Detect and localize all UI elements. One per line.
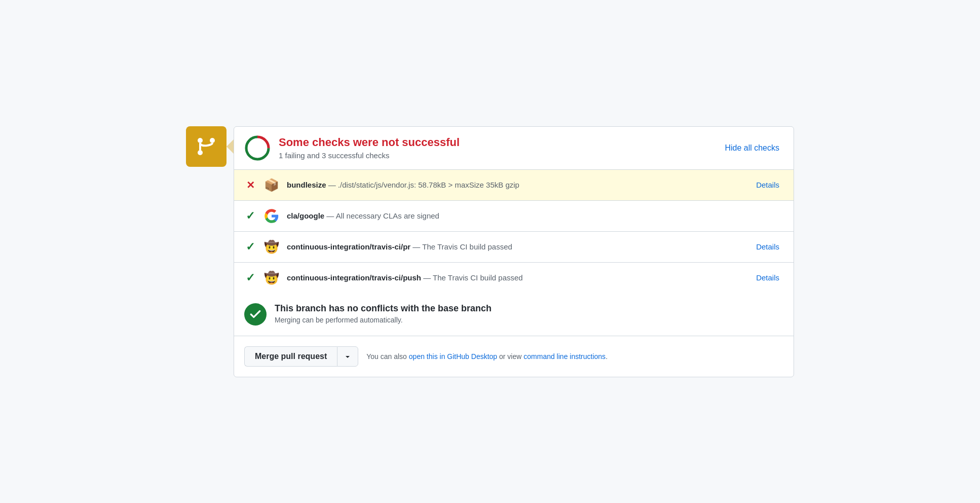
bundlesize-description: — ./dist/static/js/vendor.js: 58.78kB > … xyxy=(328,181,519,189)
status-circle-icon xyxy=(244,135,271,161)
or-text: or view xyxy=(497,352,523,361)
no-conflict-section: This branch has no conflicts with the ba… xyxy=(234,293,794,336)
command-line-link[interactable]: command line instructions xyxy=(523,352,606,361)
github-desktop-link[interactable]: open this in GitHub Desktop xyxy=(409,352,497,361)
no-conflict-text-group: This branch has no conflicts with the ba… xyxy=(275,303,492,324)
merge-dropdown-button[interactable] xyxy=(337,346,358,367)
cla-google-check-text: cla/google — All necessary CLAs are sign… xyxy=(287,211,783,220)
period-text: . xyxy=(606,352,608,361)
checks-list: ✕ 📦 bundlesize — ./dist/static/js/vendor… xyxy=(234,170,794,293)
checkmark-icon-cla: ✓ xyxy=(246,209,255,223)
travis-push-name: continuous-integration/travis-ci/push xyxy=(287,273,421,282)
hide-all-checks-button[interactable]: Hide all checks xyxy=(721,141,783,155)
travis-push-icon: 🤠 xyxy=(263,270,280,286)
no-conflict-subtitle: Merging can be performed automatically. xyxy=(275,316,492,324)
google-g-svg xyxy=(264,208,279,224)
bundlesize-name: bundlesize xyxy=(287,181,326,189)
travis-pr-details-link[interactable]: Details xyxy=(752,240,783,253)
checkmark-icon-travis-push: ✓ xyxy=(246,271,255,284)
checkmark-icon-travis-pr: ✓ xyxy=(246,240,255,254)
white-checkmark-icon xyxy=(249,308,262,321)
check-status-pass-cla: ✓ xyxy=(244,210,256,222)
green-check-circle xyxy=(244,303,267,326)
travis-pr-name: continuous-integration/travis-ci/pr xyxy=(287,242,410,251)
google-icon xyxy=(263,208,280,224)
travis-pr-description: — The Travis CI build passed xyxy=(412,242,512,251)
header-left: Some checks were not successful 1 failin… xyxy=(244,135,460,161)
travis-push-description: — The Travis CI build passed xyxy=(423,273,522,282)
header-text-group: Some checks were not successful 1 failin… xyxy=(279,136,460,160)
main-card: Some checks were not successful 1 failin… xyxy=(234,126,794,377)
check-status-fail: ✕ xyxy=(244,179,256,191)
merge-icon-box xyxy=(186,126,227,167)
bundlesize-icon: 📦 xyxy=(263,177,280,193)
no-conflict-title: This branch has no conflicts with the ba… xyxy=(275,303,492,314)
check-status-pass-travis-pr: ✓ xyxy=(244,241,256,253)
extra-text-prefix: You can also xyxy=(366,352,409,361)
travis-pr-check-text: continuous-integration/travis-ci/pr — Th… xyxy=(287,242,745,251)
check-status-pass-travis-push: ✓ xyxy=(244,272,256,284)
connector-arrow xyxy=(227,139,234,154)
svg-point-2 xyxy=(198,150,203,155)
header-title: Some checks were not successful xyxy=(279,136,460,149)
check-item-travis-pr: ✓ 🤠 continuous-integration/travis-ci/pr … xyxy=(234,232,794,263)
cla-google-description: — All necessary CLAs are signed xyxy=(326,211,439,220)
dropdown-arrow-icon xyxy=(344,352,352,361)
svg-point-0 xyxy=(198,138,203,143)
travis-push-check-text: continuous-integration/travis-ci/push — … xyxy=(287,273,745,282)
check-item-travis-push: ✓ 🤠 continuous-integration/travis-ci/pus… xyxy=(234,263,794,293)
travis-pr-icon: 🤠 xyxy=(263,239,280,255)
svg-point-1 xyxy=(210,138,215,143)
travis-push-details-link[interactable]: Details xyxy=(752,271,783,284)
merge-pull-request-button[interactable]: Merge pull request xyxy=(244,346,337,367)
merge-section: Merge pull request You can also open thi… xyxy=(234,336,794,377)
merge-extra-text: You can also open this in GitHub Desktop… xyxy=(366,352,608,361)
merge-button-group: Merge pull request xyxy=(244,346,358,367)
check-item-bundlesize: ✕ 📦 bundlesize — ./dist/static/js/vendor… xyxy=(234,170,794,201)
pr-merge-container: Some checks were not successful 1 failin… xyxy=(186,126,794,377)
merge-icon xyxy=(194,134,218,159)
header-subtitle: 1 failing and 3 successful checks xyxy=(279,151,460,160)
cla-google-name: cla/google xyxy=(287,211,324,220)
card-header: Some checks were not successful 1 failin… xyxy=(234,127,794,170)
x-icon: ✕ xyxy=(246,179,255,191)
check-item-cla-google: ✓ cla/google — All necessary CLAs are si… xyxy=(234,201,794,232)
bundlesize-check-text: bundlesize — ./dist/static/js/vendor.js:… xyxy=(287,181,745,189)
bundlesize-details-link[interactable]: Details xyxy=(752,178,783,191)
